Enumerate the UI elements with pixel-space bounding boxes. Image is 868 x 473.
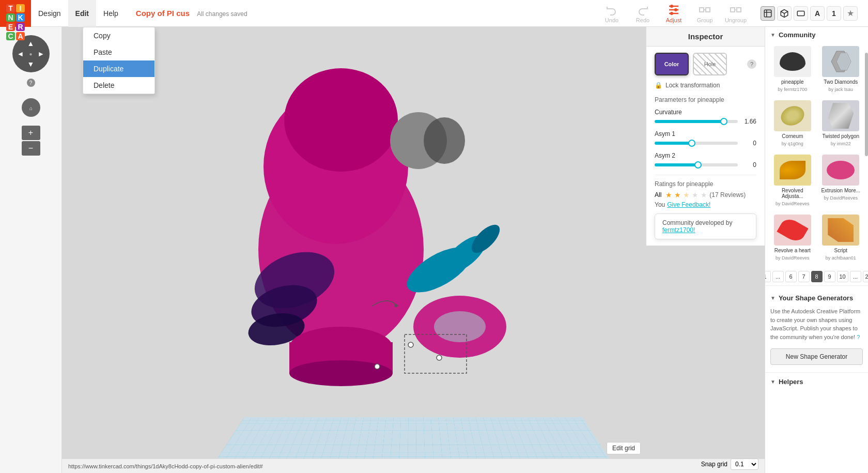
page-23[interactable]: 23	[863, 271, 869, 282]
ungroup-button[interactable]: Ungroup	[724, 4, 747, 23]
view-text-icon[interactable]: A	[810, 6, 825, 21]
community-author-link[interactable]: fermtz1700!	[662, 226, 695, 234]
delete-item[interactable]: Delete	[83, 77, 154, 94]
title-area: Copy of PI cus All changes saved	[126, 9, 600, 18]
shape-grid: pineapple by fermtz1700 Two Diamonds by …	[765, 42, 868, 268]
edit-grid-button[interactable]: Edit grid	[607, 442, 641, 454]
group-button[interactable]: Group	[693, 4, 716, 23]
helpers-section: ▼ Helpers	[765, 372, 868, 391]
shape-item-script[interactable]: Script by achtbaan01	[819, 212, 863, 263]
inspector-panel: Inspector Color Hole ? 🔒 Lock transforma…	[646, 27, 765, 246]
page-ellipsis-2: ...	[850, 271, 861, 282]
page-9[interactable]: 9	[824, 271, 835, 282]
view-number-icon[interactable]: 1	[827, 6, 841, 21]
shape-item-revolve-heart[interactable]: Revolve a heart by DavidReeves	[770, 212, 815, 263]
copy-item[interactable]: Copy	[83, 27, 154, 44]
curvature-slider[interactable]	[655, 120, 738, 123]
svg-point-22	[400, 238, 478, 301]
model-scene	[124, 53, 537, 389]
status-bar: https://www.tinkercad.com/things/1dAky8c…	[62, 459, 765, 473]
revolved-author: by DavidReeves	[776, 201, 810, 206]
snap-select[interactable]: 0.1 0.25 0.5 1.0	[731, 459, 758, 470]
your-shapes-help[interactable]: ?	[857, 334, 860, 340]
help-icon: ?	[27, 79, 35, 87]
helpers-toggle-icon: ▼	[770, 379, 776, 385]
page-10[interactable]: 10	[837, 271, 848, 282]
right-sidebar: ▼ Community pineapple by fermtz1700	[765, 27, 868, 473]
design-menu[interactable]: Design	[31, 0, 68, 27]
page-8[interactable]: 8	[811, 271, 823, 282]
view-star-icon[interactable]: ★	[843, 6, 858, 21]
shape-item-pineapple[interactable]: pineapple by fermtz1700	[770, 44, 815, 94]
shape-item-revolved[interactable]: Revolved Adjusta... by DavidReeves	[770, 152, 815, 208]
shape-item-two-diamonds[interactable]: Two Diamonds by jack tsau	[819, 44, 863, 94]
page-6[interactable]: 6	[785, 271, 797, 282]
duplicate-item[interactable]: Duplicate	[83, 60, 154, 77]
asym1-slider[interactable]	[655, 142, 738, 145]
params-label: Parameters for pineapple	[655, 96, 756, 103]
svg-point-20	[246, 278, 321, 333]
undo-button[interactable]: Undo	[600, 4, 623, 23]
shape-item-corneum[interactable]: Corneum by q1g0ng	[770, 98, 815, 148]
svg-point-35	[424, 117, 465, 164]
community-section-header[interactable]: ▼ Community	[765, 27, 868, 42]
svg-rect-13	[797, 11, 804, 16]
community-toggle-icon: ▼	[770, 32, 776, 38]
view-flat-icon[interactable]	[794, 6, 808, 21]
star-4: ★	[692, 191, 699, 199]
zoom-controls: + −	[22, 126, 40, 156]
svg-point-2	[670, 12, 673, 15]
two-diamonds-thumb	[822, 46, 859, 77]
lock-icon: 🔒	[655, 82, 662, 89]
svg-rect-3	[700, 8, 704, 12]
curvature-param: Curvature 1.66	[655, 109, 756, 125]
feedback-link[interactable]: Give Feedback!	[667, 201, 710, 208]
logo[interactable]: T I N K E R C A	[0, 0, 31, 27]
help-hint[interactable]: ?	[27, 79, 35, 87]
zoom-out-button[interactable]: −	[22, 141, 40, 156]
sidebar-scrollable[interactable]: ▼ Community pineapple by fermtz1700	[765, 27, 868, 473]
your-shapes-header[interactable]: ▼ Your Shape Generators	[765, 290, 868, 305]
your-shapes-toggle-icon: ▼	[770, 295, 776, 301]
paste-item[interactable]: Paste	[83, 44, 154, 60]
redo-button[interactable]: Redo	[631, 4, 654, 23]
page-7[interactable]: 7	[798, 271, 810, 282]
svg-point-0	[670, 5, 673, 8]
color-button[interactable]: Color	[655, 53, 689, 75]
pineapple-author: by fermtz1700	[778, 87, 807, 92]
view-box-icon[interactable]	[761, 6, 775, 21]
svg-rect-28	[289, 342, 393, 373]
inspector-help-icon[interactable]: ?	[747, 59, 756, 69]
edit-menu[interactable]: Edit	[68, 0, 96, 27]
adjust-button[interactable]: Adjust	[662, 4, 685, 23]
svg-point-34	[390, 112, 447, 169]
revolve-heart-name: Revolve a heart	[774, 248, 811, 253]
pineapple-name: pineapple	[781, 79, 803, 85]
view-3d-icon[interactable]	[777, 6, 792, 21]
project-title[interactable]: Copy of PI cus	[136, 9, 190, 18]
asym2-slider[interactable]	[655, 163, 738, 166]
nav-control[interactable]: ▲ ◄ ● ► ▼	[12, 35, 50, 72]
you-row: You Give Feedback!	[655, 201, 756, 208]
revolve-heart-thumb	[774, 215, 811, 246]
extrusion-thumb	[822, 155, 859, 186]
svg-rect-6	[731, 8, 735, 12]
snap-grid-row: Snap grid 0.1 0.25 0.5 1.0	[701, 459, 758, 470]
helpers-header[interactable]: ▼ Helpers	[765, 376, 868, 388]
revolved-thumb	[774, 155, 811, 186]
sidebar-scrollbar[interactable]	[865, 53, 868, 156]
help-menu[interactable]: Help	[96, 0, 126, 27]
star-1: ★	[665, 191, 672, 199]
reviews-count: (17 Reviews)	[709, 191, 746, 199]
hole-button[interactable]: Hole	[693, 53, 727, 75]
edit-dropdown: Copy Paste Duplicate Delete	[83, 27, 155, 94]
canvas-area[interactable]: Inspector Color Hole ? 🔒 Lock transforma…	[62, 27, 765, 473]
shape-item-extrusion[interactable]: Extrusion More... by DavidReeves	[819, 152, 863, 208]
shape-item-twisted[interactable]: Twisted polygon by imm22	[819, 98, 863, 148]
new-shape-button[interactable]: New Shape Generator	[770, 348, 863, 365]
home-view-button[interactable]: ⌂	[21, 97, 41, 119]
script-author: by achtbaan01	[826, 255, 856, 261]
zoom-in-button[interactable]: +	[22, 126, 40, 140]
asym2-value: 0	[742, 161, 756, 169]
page-1[interactable]: 1	[765, 271, 771, 282]
